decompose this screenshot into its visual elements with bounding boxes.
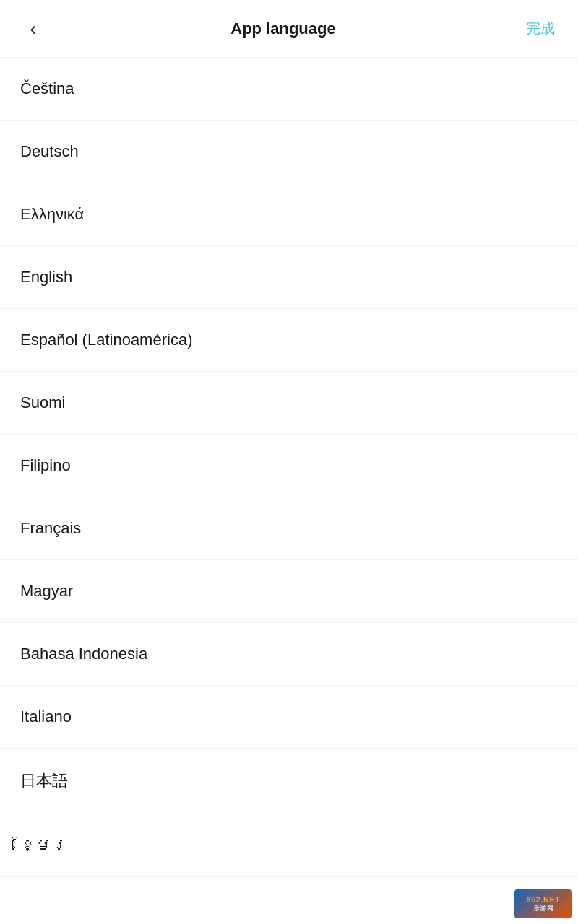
watermark-line1: 962.NET bbox=[527, 895, 561, 904]
watermark-badge: 962.NET 乐游网 bbox=[514, 889, 572, 918]
language-item-khmer[interactable]: ខ្មែរ bbox=[0, 814, 578, 877]
language-item-francais[interactable]: Français bbox=[0, 497, 578, 560]
language-item-english[interactable]: English bbox=[0, 246, 578, 309]
language-item-espanol[interactable]: Español (Latinoamérica) bbox=[0, 309, 578, 372]
language-item-deutsch[interactable]: Deutsch bbox=[0, 121, 578, 183]
language-item-japanese[interactable]: 日本語 bbox=[0, 749, 578, 814]
language-item-magyar[interactable]: Magyar bbox=[0, 560, 578, 623]
language-item-ellinika[interactable]: Ελληνικά bbox=[0, 183, 578, 246]
language-list: ČeštinaDeutschΕλληνικάEnglishEspañol (La… bbox=[0, 58, 578, 877]
language-item-filipino[interactable]: Filipino bbox=[0, 435, 578, 497]
language-item-bahasa[interactable]: Bahasa Indonesia bbox=[0, 623, 578, 686]
page-title: App language bbox=[49, 19, 517, 38]
watermark-line2: 乐游网 bbox=[533, 904, 554, 913]
back-button[interactable]: ‹ bbox=[17, 13, 49, 45]
app-header: ‹ App language 完成 bbox=[0, 0, 578, 58]
language-item-italiano[interactable]: Italiano bbox=[0, 686, 578, 749]
language-item-cestina[interactable]: Čeština bbox=[0, 58, 578, 121]
done-button[interactable]: 完成 bbox=[517, 13, 561, 44]
language-item-suomi[interactable]: Suomi bbox=[0, 372, 578, 435]
